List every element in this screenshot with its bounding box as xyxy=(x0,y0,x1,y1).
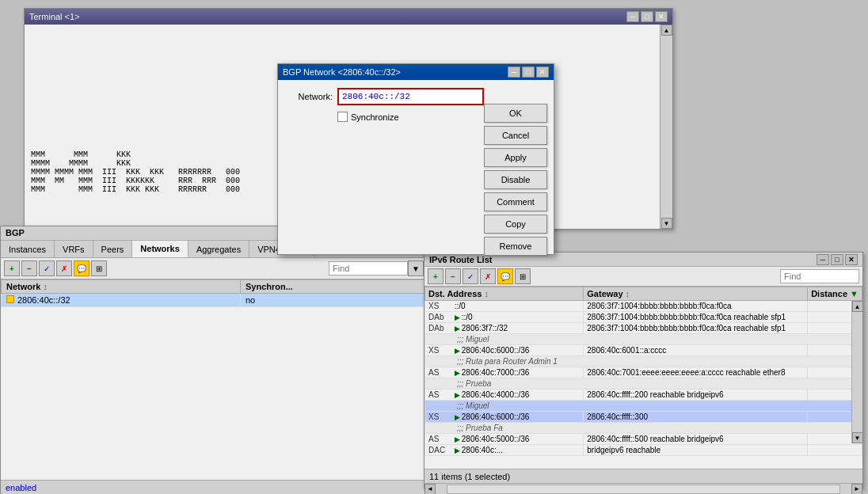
ipv6-status-bar: 11 items (1 selected) xyxy=(424,469,862,483)
arrow-icon: ▶ xyxy=(455,413,460,421)
tab-peers[interactable]: Peers xyxy=(93,241,133,257)
dst-cell: DAb ▶::/0 xyxy=(425,312,584,323)
ipv6-table-row[interactable]: AS ▶2806:40c:7000::/36 2806:40c:7001:eee… xyxy=(425,367,862,378)
bgp-table-container[interactable]: Network ↕ Synchron... 2806:40c::/32 no xyxy=(1,279,427,468)
ipv6-table-row[interactable]: ;;; Miguel xyxy=(425,334,862,345)
scroll-down-btn[interactable]: ▼ xyxy=(661,218,672,229)
type-label: XS xyxy=(428,302,452,310)
ipv6-table: Dst. Address ↕ Gateway ↕ Distance ▼ XS :… xyxy=(424,287,862,456)
type-label: XS xyxy=(428,412,452,421)
ipv6-close-btn[interactable]: ✕ xyxy=(845,254,858,265)
dst-cell: AS ▶2806:40c:5000::/36 xyxy=(425,434,584,445)
sync-checkbox[interactable] xyxy=(337,112,348,122)
ipv6-table-row[interactable]: ;;; Miguel xyxy=(425,401,862,412)
find-dropdown-btn[interactable]: ▼ xyxy=(408,260,424,276)
tab-instances[interactable]: Instances xyxy=(1,241,55,257)
comment-button[interactable]: Comment xyxy=(484,192,547,211)
terminal-title: Terminal <1> xyxy=(29,12,80,21)
type-label: AS xyxy=(428,368,452,377)
terminal-win-controls: ─ □ ✕ xyxy=(626,11,668,22)
network-input[interactable] xyxy=(337,88,484,105)
dst-cell: AS ▶2806:40c:4000::/36 xyxy=(425,390,584,401)
col-synchron[interactable]: Synchron... xyxy=(240,280,426,294)
type-label: DAb xyxy=(428,324,452,332)
ipv6-filter-btn[interactable]: ⊞ xyxy=(515,268,531,284)
sync-label: Synchronize xyxy=(351,112,399,122)
comment-btn[interactable]: 💬 xyxy=(74,260,89,276)
ipv6-scroll-right[interactable]: ► xyxy=(851,484,862,495)
ipv6-vertical-scrollbar[interactable]: ▲ ▼ xyxy=(851,301,862,443)
remove-btn[interactable]: − xyxy=(21,260,37,276)
find-input[interactable] xyxy=(329,261,408,276)
x-btn[interactable]: ✗ xyxy=(56,260,72,276)
disable-button[interactable]: Disable xyxy=(484,170,547,189)
check-btn[interactable]: ✓ xyxy=(39,260,55,276)
arrow-icon: ▶ xyxy=(455,369,460,377)
ipv6-table-row[interactable]: AS ▶2806:40c:5000::/36 2806:40c:ffff::50… xyxy=(425,434,862,445)
comment-cell: ;;; Prueba Fa xyxy=(425,423,862,434)
type-label: DAC xyxy=(428,446,452,454)
ipv6-table-row[interactable]: ;;; Ruta para Router Admin 1 xyxy=(425,356,862,367)
ipv6-comment-btn[interactable]: 💬 xyxy=(497,268,513,284)
ipv6-horizontal-scrollbar[interactable]: ◄ ► xyxy=(424,483,862,494)
ipv6-table-container[interactable]: Dst. Address ↕ Gateway ↕ Distance ▼ XS :… xyxy=(424,287,862,469)
scroll-up-btn[interactable]: ▲ xyxy=(661,25,672,36)
add-btn[interactable]: + xyxy=(4,260,20,276)
cancel-button[interactable]: Cancel xyxy=(484,126,547,145)
filter-btn[interactable]: ⊞ xyxy=(91,260,107,276)
terminal-close-btn[interactable]: ✕ xyxy=(655,11,668,22)
dialog-buttons: OK Cancel Apply Disable Comment Copy Rem… xyxy=(484,104,547,256)
ipv6-table-row[interactable]: AS ▶2806:40c:4000::/36 2806:40c:ffff::20… xyxy=(425,390,862,401)
scroll-track[interactable] xyxy=(447,484,840,494)
ipv6-table-row[interactable]: ;;; Prueba Fa xyxy=(425,423,862,434)
ipv6-check-btn[interactable]: ✓ xyxy=(463,268,478,284)
ipv6-table-row[interactable]: ;;; Prueba xyxy=(425,378,862,390)
network-label: Network: xyxy=(286,92,337,101)
ipv6-scroll-down[interactable]: ▼ xyxy=(852,432,863,443)
table-row[interactable]: 2806:40c::/32 no xyxy=(2,294,427,307)
col-network[interactable]: Network ↕ xyxy=(2,280,241,294)
remove-button[interactable]: Remove xyxy=(484,237,547,256)
tab-networks[interactable]: Networks xyxy=(132,241,188,257)
ipv6-table-row[interactable]: XS ▶2806:40c:6000::/36 2806:40c:6001::a:… xyxy=(425,345,862,356)
ipv6-add-btn[interactable]: + xyxy=(428,268,444,284)
ipv6-table-row[interactable]: XS ::/0 2806:3f7:1004:bbbb:bbbb:bbbb:f0c… xyxy=(425,301,862,312)
dialog-maximize-btn[interactable]: □ xyxy=(522,66,535,78)
type-label: AS xyxy=(428,390,452,399)
arrow-icon: ▶ xyxy=(455,325,460,332)
col-distance[interactable]: Distance ▼ xyxy=(808,287,862,301)
arrow-icon: ▶ xyxy=(455,314,460,321)
bgp-status-bar: enabled xyxy=(1,480,427,494)
dst-cell: XS ▶2806:40c:6000::/36 xyxy=(425,412,584,423)
ipv6-scroll-up[interactable]: ▲ xyxy=(852,301,863,312)
ipv6-x-btn[interactable]: ✗ xyxy=(480,268,496,284)
apply-button[interactable]: Apply xyxy=(484,148,547,167)
ipv6-scroll-left[interactable]: ◄ xyxy=(424,484,436,495)
ipv6-table-row[interactable]: DAb ▶2806:3f7::/32 2806:3f7:1004:bbbb:bb… xyxy=(425,323,862,334)
ipv6-table-row[interactable]: DAb ▶::/0 2806:3f7:1004:bbbb:bbbb:bbbb:f… xyxy=(425,312,862,323)
ipv6-remove-btn[interactable]: − xyxy=(445,268,461,284)
enabled-label: enabled xyxy=(6,483,36,492)
dst-cell: XS ::/0 xyxy=(425,301,584,312)
ok-button[interactable]: OK xyxy=(484,104,547,123)
ipv6-find-input[interactable] xyxy=(780,269,859,283)
ipv6-table-row[interactable]: DAC ▶2806:40c:... bridgeipv6 reachable xyxy=(425,445,862,456)
tab-vrfs[interactable]: VRFs xyxy=(55,241,93,257)
ipv6-maximize-btn[interactable]: □ xyxy=(831,254,843,265)
terminal-minimize-btn[interactable]: ─ xyxy=(626,11,639,22)
ipv6-minimize-btn[interactable]: ─ xyxy=(817,254,829,265)
comment-cell: ;;; Miguel xyxy=(425,334,862,345)
gateway-cell: 2806:40c:ffff::500 reachable bridgeipv6 xyxy=(584,434,808,445)
gateway-cell: 2806:40c:ffff::200 reachable bridgeipv6 xyxy=(584,390,808,401)
dialog-close-btn[interactable]: ✕ xyxy=(536,66,549,78)
dialog-minimize-btn[interactable]: ─ xyxy=(508,66,520,78)
col-dst[interactable]: Dst. Address ↕ xyxy=(425,287,584,301)
tab-aggregates[interactable]: Aggregates xyxy=(188,241,249,257)
terminal-scrollbar[interactable]: ▲ ▼ xyxy=(660,25,672,229)
ipv6-table-row[interactable]: XS ▶2806:40c:6000::/36 2806:40c:ffff::30… xyxy=(425,412,862,423)
copy-button[interactable]: Copy xyxy=(484,215,547,234)
dst-cell: XS ▶2806:40c:6000::/36 xyxy=(425,345,584,356)
terminal-maximize-btn[interactable]: □ xyxy=(641,11,653,22)
network-row: Network: xyxy=(286,88,546,105)
col-gateway[interactable]: Gateway ↕ xyxy=(584,287,808,301)
